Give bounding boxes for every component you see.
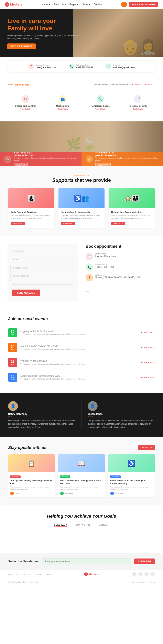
hero-cta-button[interactable]: FIND A RESIDENCE [7,44,36,49]
hero-title: Live in care your Family will love [7,17,82,32]
privacy-policy[interactable]: Privacy [149,581,155,583]
testimonial-name-2: Jacob Jones [88,412,155,416]
social-linkedin[interactable]: in [144,572,149,576]
story-card-btn[interactable]: OUR STORY [95,163,111,166]
home-card-text: Best home care center with Love The days… [14,151,77,166]
story-card-text: Why most of the people choose us The day… [95,151,159,166]
contact-phone: 📞 Call us anytime +961 769 752 67 [69,64,93,69]
social-pinterest[interactable]: p [150,572,155,576]
support-name-group: Group / Day Centre Activities [111,211,153,213]
appointment-button[interactable]: MAKE APPOINTMENT [129,2,158,7]
blog-card-3: ♿ SERVICE When To Use Your Core Funding … [108,454,155,497]
blog-img-2: 📖 [58,454,105,472]
blog-img-1: 📋 [8,454,55,472]
mail-val: lovecare@gmail.com [95,255,116,257]
contact-divider2 [99,63,99,70]
book-btn-1[interactable]: BOOK A SEAT [141,332,155,334]
user-avatar[interactable] [121,2,127,7]
support-desc-daily: Lovecare provides the service you have t… [10,214,52,220]
event-info-1: Jogging for the better tomorrow The days… [20,330,138,336]
home-card-btn[interactable]: ABOUT US [14,163,28,166]
email-input[interactable] [12,256,73,262]
book-btn-2[interactable]: BOOK A SEAT [141,346,155,348]
event-date-4: 16 June [8,373,17,382]
blog-card-desc-3: The days and gives where you have to com… [110,486,153,490]
events-list: 30 Mar Jogging for the better tomorrow T… [8,325,155,385]
testimonial-role-2: Nurse [88,416,155,418]
testimonial-role-1: Doctor [8,416,75,418]
booking-section: BOOKING FORM SEND MESSAGE Book appointme… [0,236,163,308]
message-textarea[interactable] [12,273,73,285]
story-card-title: Why most of the people choose us [95,151,159,157]
booking-side-text: BOOKING FORM [10,263,12,281]
author-avatar-2 [60,492,64,495]
nav-news[interactable]: News ▾ [82,3,90,6]
mail-label: Mail Address [95,253,116,255]
footer-link-careers[interactable]: CAREERS [22,573,30,575]
home-card-title: Best home care center with Love [14,151,77,157]
social-twitter[interactable]: t [138,572,143,576]
svg-text:🔍: 🔍 [98,97,102,101]
feature-link-participant[interactable]: Read Details [85,108,116,110]
event-date-2: 24 Mar [8,343,17,352]
goals-link-career[interactable]: CAREER [99,524,109,527]
booking-form-wrap: BOOKING FORM SEND MESSAGE [8,244,77,300]
newsletter-input[interactable] [42,558,131,564]
hero-description: Mediare provides assisted living differe… [7,34,82,40]
footer-bottom: © 2022 Mediare All Rights Reserved. Term… [0,579,163,585]
blog-body-3: SERVICE When To Use Your Core Funding Fo… [108,472,155,497]
author-avatar-3 [110,492,114,495]
feature-link-multicultural[interactable]: Read Details [47,108,78,110]
nav-home[interactable]: Home ▾ [42,3,50,6]
event-date-1: 30 Mar [8,328,17,337]
send-message-button[interactable]: SEND MESSAGE [12,290,40,296]
growth-icon: 📈 [134,95,142,103]
book-btn-3[interactable]: BOOK A SEAT [141,362,155,364]
see-all-link[interactable]: We are the best home care service provid… [94,84,155,86]
blog-author-2: ExpertHelp [60,492,103,495]
logo[interactable]: + Mediare [5,2,22,7]
supports-grid: 👩‍👧‍👦 Daily Personal Activities Lovecare… [8,188,155,228]
email-icon: ✉️ [105,64,111,69]
phone-val: +1301 - 508 - 4925 [95,266,114,268]
home-card-icon: 🏠 [4,156,11,163]
goals-link-feedback[interactable]: FEEDBACK [54,524,67,527]
footer-link-shop[interactable]: SHOP [46,573,52,575]
support-desc-group: Lovecare provides the service you have t… [111,214,153,220]
footer-link-pricing[interactable]: PRICING [34,573,42,575]
feature-growth: 📈 Personal Growth Read Details [121,92,155,113]
feature-link-growth[interactable]: Read Details [122,108,153,110]
footer-link-about[interactable]: ABOUT US [8,573,17,575]
name-input[interactable] [12,248,73,254]
footer-logo: + Mediare [84,572,99,576]
support-btn-group[interactable]: Read More [111,222,125,225]
info-address: 📍 Address line Brewery, 52 State, New Yo… [86,274,155,282]
address-val: Brewery, 52 State, New York NY 10023, US… [95,276,140,278]
newsletter-subscribe-button[interactable]: SUBSCRIBE [134,558,155,564]
nav-pages[interactable]: Pages ▾ [69,3,78,6]
blog-card-desc-2: The days and gives where you have to com… [60,486,103,490]
participant-icon: 🔍 [96,95,104,103]
event-desc-3: The days and gives where you have to com… [20,363,138,366]
nav-about[interactable]: About Us ▾ [54,3,66,6]
support-btn-daily[interactable]: Read More [10,222,25,225]
terms-of-service[interactable]: Terms of Service [132,581,146,583]
nav-links: Home ▾ About Us ▾ Pages ▾ News ▾ Contact [42,3,102,6]
blog-grid: 📋 SERVICE Top Tips On Critically Reviewi… [8,454,155,497]
all-blogs-button[interactable]: ALL BLOGS [138,445,155,450]
info-mail: ✉️ Mail Address lovecare@gmail.com [86,253,155,260]
support-btn-community[interactable]: Read More [61,222,75,225]
nav-contact[interactable]: Contact [94,3,102,6]
blog-card-desc-1: The days and gives where you have to com… [10,486,53,490]
features-grid: ✂ Choice and Control Read Details 👥 Mult… [8,92,155,113]
footer-socials: f t in p [132,572,155,576]
goals-link-contact[interactable]: CONTACT US [75,524,91,527]
feature-name-participant: Participant Focus [85,105,116,107]
support-name-daily: Daily Personal Activities [10,211,52,213]
book-btn-4[interactable]: BOOK A SEAT [141,376,155,378]
events-section: Join our next events 30 Mar Jogging for … [0,308,163,393]
feature-link-choice[interactable]: Read Details [10,108,41,110]
service-select[interactable] [12,265,73,271]
social-facebook[interactable]: f [132,572,137,576]
mail-icon: ✉️ [86,253,93,260]
